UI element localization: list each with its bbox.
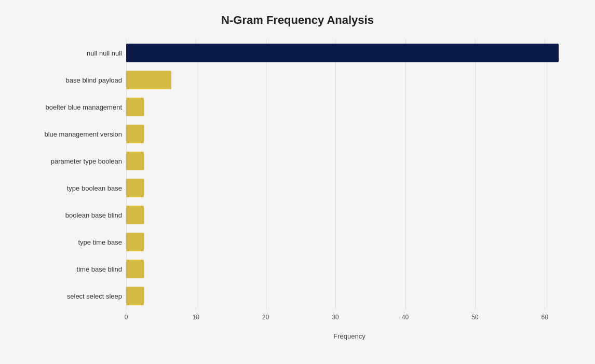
y-axis-label: select select sleep [22, 282, 126, 309]
bar [126, 71, 171, 89]
bar-row [126, 39, 573, 66]
y-axis-label: boolean base blind [22, 201, 126, 228]
bar [126, 152, 144, 170]
x-tick: 50 [471, 314, 478, 321]
bar-row [126, 201, 573, 228]
bar [126, 260, 144, 278]
x-axis: 0102030405060 [126, 312, 573, 330]
bar-row [126, 66, 573, 93]
bars-section: null null nullbase blind payloadboelter … [22, 39, 573, 309]
bar [126, 179, 144, 197]
y-axis-label: type boolean base [22, 174, 126, 201]
bar-row [126, 255, 573, 282]
y-axis-label: type time base [22, 228, 126, 255]
y-axis-label: parameter type boolean [22, 147, 126, 174]
y-axis-label: base blind payload [22, 66, 126, 93]
x-axis-spacer [22, 312, 126, 330]
bar [126, 125, 144, 143]
x-axis-label-container: Frequency [22, 330, 573, 340]
x-tick: 10 [193, 314, 199, 321]
x-tick: 40 [402, 314, 409, 321]
chart-title: N-Gram Frequency Analysis [22, 14, 573, 27]
bar-row [126, 147, 573, 174]
bar-row [126, 282, 573, 309]
x-axis-label: Frequency [126, 332, 573, 340]
x-tick: 0 [125, 314, 128, 321]
y-axis-label: blue management version [22, 120, 126, 147]
bar [126, 44, 559, 62]
x-axis-section: 0102030405060 [22, 312, 573, 330]
bars-area [126, 39, 573, 309]
y-axis-label: time base blind [22, 255, 126, 282]
x-tick: 60 [542, 314, 548, 321]
x-tick: 20 [262, 314, 269, 321]
y-labels: null null nullbase blind payloadboelter … [22, 39, 126, 309]
bar [126, 98, 144, 116]
bar [126, 233, 144, 251]
y-axis-label: boelter blue management [22, 93, 126, 120]
bar-row [126, 228, 573, 255]
bar [126, 206, 144, 224]
x-tick: 30 [332, 314, 339, 321]
chart-container: N-Gram Frequency Analysis null null null… [12, 3, 583, 361]
bar [126, 287, 144, 305]
bar-row [126, 93, 573, 120]
bar-row [126, 120, 573, 147]
y-axis-label: null null null [22, 39, 126, 66]
bar-row [126, 174, 573, 201]
chart-area: null null nullbase blind payloadboelter … [22, 39, 573, 340]
